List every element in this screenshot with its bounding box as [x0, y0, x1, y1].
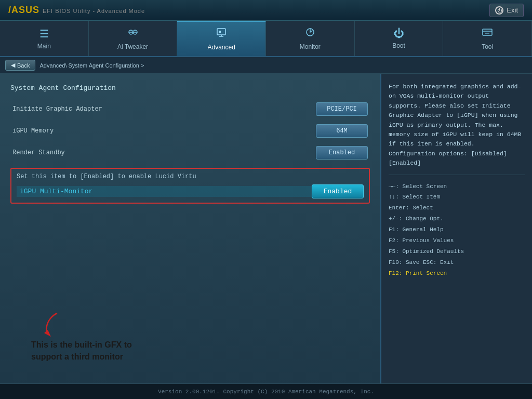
key-enter: Enter: Select [389, 203, 525, 214]
boot-icon: ⏻ [394, 28, 404, 39]
config-value-render[interactable]: Enabled [316, 146, 368, 159]
header-title: EFI BIOS Utility - Advanced Mode [43, 8, 145, 14]
advanced-icon [216, 27, 227, 41]
igpu-multi-monitor-value[interactable]: Enabled [312, 184, 364, 198]
config-value-igpu-memory[interactable]: 64M [316, 124, 368, 138]
config-row-igpu-memory: iGPU Memory 64M [10, 124, 370, 138]
tab-boot-label: Boot [392, 42, 405, 49]
exit-icon: ⏻ [495, 6, 503, 15]
annotation-line1: This is the built-in GFX to [31, 339, 132, 351]
annotation-arrow [42, 308, 73, 339]
tab-advanced[interactable]: Advanced [177, 21, 266, 56]
nav-tabs: ☰ Main Ai Tweaker Advanced [0, 21, 532, 57]
config-row-graphic: Initiate Graphic Adapter PCIE/PCI [10, 102, 370, 116]
key-f12: F12: Print Screen [389, 268, 525, 279]
right-panel: For both integrated graphics and add-on … [381, 74, 532, 383]
back-label: Back [17, 62, 30, 69]
config-label-render: Render Standby [12, 149, 65, 156]
annotation-text: This is the built-in GFX to support a th… [31, 339, 132, 363]
header: /ASUS EFI BIOS Utility - Advanced Mode ⏻… [0, 0, 532, 21]
tab-tool[interactable]: Tool [443, 21, 532, 56]
left-panel: System Agent Configuration Initiate Grap… [0, 74, 381, 383]
key-f5: F5: Optimized Defaults [389, 246, 525, 257]
key-select-screen: →←: Select Screen [389, 181, 525, 192]
svg-rect-6 [219, 31, 221, 33]
footer-text: Version 2.00.1201. Copyright (C) 2010 Am… [158, 389, 374, 395]
annotation-line2: support a third monitor [31, 351, 132, 363]
monitor-icon [304, 26, 316, 41]
tab-main[interactable]: ☰ Main [0, 21, 89, 56]
key-f10: F10: Save ESC: Exit [389, 257, 525, 268]
tab-tool-label: Tool [482, 43, 493, 50]
ai-tweaker-icon [127, 26, 139, 41]
header-left: /ASUS EFI BIOS Utility - Advanced Mode [8, 5, 145, 16]
highlight-row: iGPU Multi-Monitor Enabled [17, 184, 364, 198]
tab-monitor-label: Monitor [300, 43, 321, 50]
section-title: System Agent Configuration [10, 84, 370, 92]
highlighted-box: Set this item to [Enabled] to enable Luc… [10, 168, 370, 204]
back-button[interactable]: ◀ Back [5, 60, 35, 71]
breadcrumb-path: Advanced\ System Agent Configuration > [39, 62, 144, 69]
help-text: For both integrated graphics and add-on … [389, 82, 525, 175]
tab-monitor[interactable]: Monitor [266, 21, 355, 56]
config-row-render: Render Standby Enabled [10, 146, 370, 159]
tab-ai-tweaker-label: Ai Tweaker [117, 43, 148, 50]
config-value-graphic[interactable]: PCIE/PCI [316, 102, 368, 116]
key-bindings: →←: Select Screen ↑↓: Select Item Enter:… [389, 181, 525, 279]
svg-rect-8 [483, 29, 492, 35]
highlight-desc: Set this item to [Enabled] to enable Luc… [17, 173, 364, 180]
svg-marker-11 [44, 330, 51, 337]
back-arrow: ◀ [11, 62, 15, 69]
tab-advanced-label: Advanced [207, 44, 235, 51]
svg-rect-3 [217, 29, 225, 35]
key-select-item: ↑↓: Select Item [389, 192, 525, 203]
main-content: System Agent Configuration Initiate Grap… [0, 74, 532, 383]
exit-label: Exit [507, 6, 518, 14]
annotation-area: This is the built-in GFX to support a th… [31, 339, 132, 363]
tool-icon [482, 26, 493, 41]
key-f1: F1: General Help [389, 224, 525, 235]
key-change-opt: +/-: Change Opt. [389, 214, 525, 224]
breadcrumb-bar: ◀ Back Advanced\ System Agent Configurat… [0, 57, 532, 74]
key-f2: F2: Previous Values [389, 235, 525, 246]
config-label-graphic: Initiate Graphic Adapter [12, 105, 102, 113]
tab-ai-tweaker[interactable]: Ai Tweaker [89, 21, 178, 56]
asus-logo: /ASUS EFI BIOS Utility - Advanced Mode [8, 5, 145, 16]
tab-boot[interactable]: ⏻ Boot [355, 21, 444, 56]
config-label-igpu-memory: iGPU Memory [12, 127, 54, 135]
igpu-multi-monitor-label: iGPU Multi-Monitor [17, 186, 312, 197]
footer: Version 2.00.1201. Copyright (C) 2010 Am… [0, 383, 532, 399]
tab-main-label: Main [37, 43, 51, 50]
exit-button[interactable]: ⏻ Exit [489, 4, 524, 17]
breadcrumb: Advanced\ System Agent Configuration > [39, 62, 144, 69]
main-icon: ☰ [39, 28, 49, 40]
